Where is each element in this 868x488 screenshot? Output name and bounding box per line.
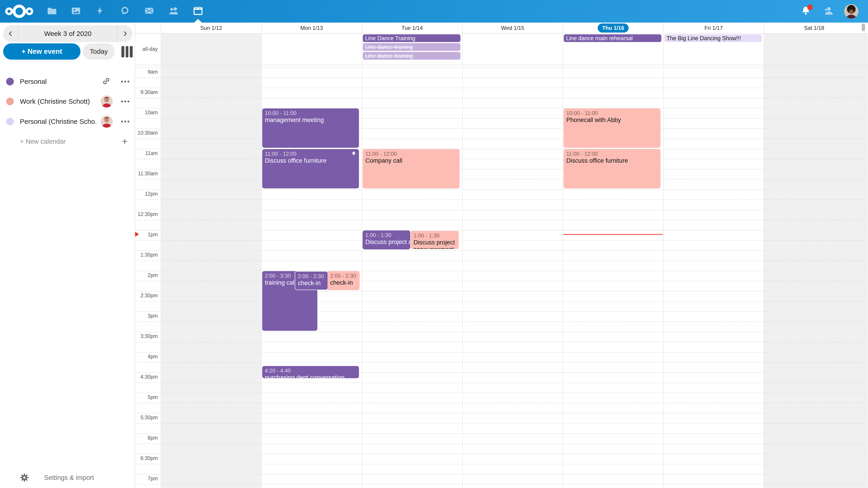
calendar-list-item[interactable]: Work (Christine Schott) [0,94,135,109]
app-mail[interactable] [137,0,161,23]
slot-gridline [135,464,864,464]
calendar-actions-menu[interactable] [119,117,131,127]
user-menu-button[interactable] [817,0,840,23]
event-time: 10:00 - 11:00 [265,109,356,117]
slot-gridline [135,403,864,403]
day-header-label: Sat 1/18 [804,25,824,31]
notifications-button[interactable] [794,0,817,23]
all-day-event[interactable]: Line dance main rehearsal [564,34,661,42]
slot-gridline [135,240,864,240]
day-header-sun[interactable]: Sun 1/12 [161,23,261,33]
event[interactable]: 11:00 - 12:00Company call [363,149,460,188]
time-axis-label: 12pm [135,191,158,197]
today-button[interactable]: Today [83,43,115,60]
time-axis-label: 5:30pm [135,415,158,421]
slot-gridline [135,88,864,88]
week-label[interactable]: Week 3 of 2020 [19,30,117,37]
event-title: Phonecall with Abby [566,117,658,124]
day-header-wed[interactable]: Wed 1/15 [463,23,563,33]
settings-and-import[interactable]: Settings & import [0,470,135,485]
mail-icon [144,6,154,17]
app-photos[interactable] [64,0,88,23]
slot-gridline [135,179,864,180]
active-app-indicator [194,19,202,23]
event[interactable]: 11:00 - 12:00Discuss office furniture [563,149,660,188]
time-axis-label: 5pm [135,394,158,400]
day-header-fri[interactable]: Fri 1/17 [663,23,764,33]
slot-gridline [135,149,864,149]
calendar-name: Personal [20,78,46,86]
slot-gridline [135,291,864,291]
all-day-event[interactable]: Line dance training [363,52,460,60]
calendar-actions-menu[interactable] [119,76,131,87]
column-gridline [764,23,764,488]
app-contacts[interactable] [162,0,185,23]
next-week-button[interactable] [118,25,132,42]
event[interactable]: 10:00 - 11:00management meeting [262,108,359,148]
time-axis-label: 3pm [135,313,158,319]
user-avatar[interactable] [844,4,859,19]
event[interactable]: 2:00 - 2:30check-in [328,271,360,290]
day-header-thu[interactable]: Thu 1/16 [563,23,663,33]
event-title: purchasing dept conversation [265,374,356,378]
time-axis-label: 6pm [135,435,158,441]
slot-gridline [135,423,864,424]
slot-gridline [135,362,864,363]
all-day-event[interactable]: The Big Line Dancing Show!!! [664,34,762,42]
nextcloud-logo[interactable] [4,0,34,23]
time-axis-label: 11:30am [135,170,158,177]
new-calendar-label: + New calendar [20,138,66,145]
new-calendar-button[interactable]: + New calendar [0,134,135,149]
event[interactable]: 10:00 - 11:00Phonecall with Abby [563,108,660,148]
day-header-tue[interactable]: Tue 1/14 [362,23,463,33]
calendar-list-item[interactable]: Personal (Christine Scho... [0,114,135,129]
all-day-event[interactable]: Line dance training [363,43,460,51]
event-time: 10:00 - 11:00 [566,109,658,117]
calendar-sidebar: Week 3 of 2020 + New event Today Persona… [0,23,135,488]
app-talk[interactable] [113,0,136,23]
week-view-toggle[interactable] [121,46,133,57]
event[interactable]: 4:20 - 4:40purchasing dept conversation [262,366,359,378]
notification-badge [807,4,813,10]
share-link-button[interactable] [101,76,111,87]
event[interactable]: 1:00 - 1:30Discuss project announcement [363,230,410,250]
slot-gridline [135,332,864,332]
app-files[interactable] [40,0,63,23]
day-header-mon[interactable]: Mon 1/13 [261,23,362,33]
slot-gridline [135,301,864,302]
time-axis-label: 10:30am [135,130,158,136]
slot-gridline [135,138,864,139]
event-title: check-in [298,280,325,287]
current-time-arrow [135,232,139,237]
app-activity[interactable] [89,0,112,23]
day-header-sat[interactable]: Sat 1/18 [764,23,864,33]
slot-gridline [135,210,864,210]
slot-gridline [135,108,864,108]
link-icon [102,77,111,86]
calendar-color-dot [6,118,14,125]
all-day-event[interactable]: Line Dance Training [363,34,460,42]
column-gridline [261,23,262,488]
header-divider [135,33,868,34]
slot-gridline [135,454,864,454]
vertical-scrollbar[interactable] [862,24,865,31]
person-icon [823,5,834,17]
event[interactable]: 11:00 - 12:00Discuss office furniture [262,149,359,188]
event[interactable]: 2:00 - 2:30check-in [295,271,328,290]
calendar-actions-menu[interactable] [119,96,131,106]
slot-gridline [135,393,864,393]
event-time: 2:00 - 2:30 [298,273,325,280]
calendar-list-item[interactable]: Personal [0,74,135,89]
previous-week-button[interactable] [3,25,18,42]
time-axis-label: 3:30pm [135,333,158,339]
event[interactable]: 1:00 - 1:30Discuss project announcement [410,230,459,250]
new-event-button[interactable]: + New event [3,43,81,60]
contacts-icon [168,5,179,17]
dot-icon [124,121,126,123]
avatar-image [101,104,113,107]
dot-icon [121,101,123,102]
event-time: 1:00 - 1:30 [365,232,408,238]
slot-gridline [135,169,864,169]
event-time: 1:00 - 1:30 [413,232,456,239]
avatar-image [101,125,113,128]
